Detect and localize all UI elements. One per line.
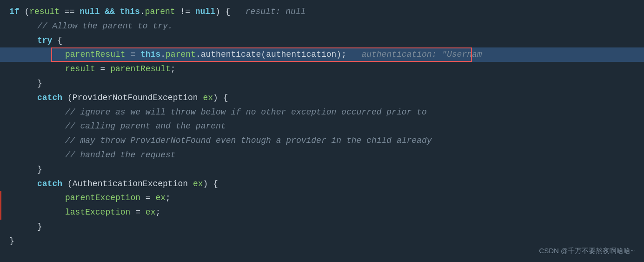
- token: result: [29, 5, 60, 19]
- token: AuthenticationException: [73, 177, 188, 191]
- token: null: [195, 5, 215, 19]
- token: .: [196, 48, 201, 61]
- token: ;: [155, 206, 160, 219]
- token: {: [52, 34, 62, 47]
- token: try: [37, 34, 52, 47]
- code-line-7: catch (ProviderNotFoundException ex) {: [0, 91, 644, 105]
- token: ProviderNotFoundException: [73, 91, 198, 105]
- token: ex: [203, 91, 213, 105]
- kw-if: if: [9, 5, 20, 19]
- token: [115, 5, 120, 19]
- token: }: [37, 77, 42, 90]
- token: this: [120, 5, 140, 19]
- token: result: null: [246, 5, 306, 19]
- token: [100, 5, 105, 19]
- token: (: [62, 177, 73, 191]
- token: }: [37, 220, 42, 234]
- code-viewer: if (result == null && this.parent != nul…: [0, 0, 644, 262]
- token: =: [140, 191, 155, 205]
- token: ) {: [213, 91, 228, 105]
- code-line-8: // ignore as we will throw below if no o…: [0, 105, 644, 120]
- code-line-4: parentResult = this.parent.authenticate(…: [0, 47, 644, 62]
- code-line-10: // may throw ProviderNotFound even thoug…: [0, 134, 644, 148]
- code-line-12: }: [0, 162, 644, 177]
- token: &&: [105, 5, 115, 19]
- token: [198, 91, 203, 105]
- token: parentResult: [110, 62, 171, 76]
- token: authentication: "Usernam: [361, 48, 482, 61]
- code-line-6: }: [0, 76, 644, 91]
- token: );: [336, 48, 361, 61]
- token: (: [261, 48, 266, 61]
- code-line-1: if (result == null && this.parent != nul…: [0, 5, 644, 19]
- code-line-5: result = parentResult;: [0, 62, 644, 76]
- code-line-13: catch (AuthenticationException ex) {: [0, 177, 644, 191]
- token: authentication: [266, 48, 336, 61]
- token: =: [126, 48, 140, 61]
- token: }: [37, 163, 42, 176]
- token: ==: [60, 5, 80, 19]
- code-line-16: }: [0, 220, 644, 234]
- code-line-11: // handled the request: [0, 148, 644, 162]
- token: catch: [37, 91, 62, 105]
- code-line-14: parentException = ex;: [0, 191, 644, 205]
- left-bar: [0, 205, 1, 220]
- token: ex: [146, 206, 156, 219]
- token: // calling parent and the parent: [65, 120, 226, 133]
- token: result: [65, 62, 95, 76]
- token: (: [62, 91, 73, 105]
- token: lastException: [65, 206, 130, 219]
- token: parentException: [65, 191, 140, 205]
- token: // may throw ProviderNotFound even thoug…: [65, 134, 432, 148]
- token: ;: [171, 62, 176, 76]
- token: .: [140, 5, 145, 19]
- token: authenticate: [201, 48, 261, 61]
- left-bar: [0, 191, 1, 205]
- token: // Allow the parent to try.: [37, 20, 173, 33]
- token: (: [20, 5, 30, 19]
- token: ;: [166, 191, 171, 205]
- token: ) {: [215, 5, 246, 19]
- watermark: CSDN @千万不要熬夜啊哈哈~: [539, 245, 635, 256]
- token: this: [140, 48, 160, 61]
- token: =: [130, 206, 145, 219]
- code-line-3: try {: [0, 34, 644, 48]
- token: catch: [37, 177, 62, 191]
- code-line-9: // calling parent and the parent: [0, 119, 644, 134]
- code-line-15: lastException = ex;: [0, 205, 644, 220]
- token: null: [80, 5, 100, 19]
- token: .: [160, 48, 166, 61]
- token: parent: [166, 48, 196, 61]
- token: !=: [175, 5, 195, 19]
- token: ex: [155, 191, 166, 205]
- token: // handled the request: [65, 148, 176, 162]
- token: [188, 177, 193, 191]
- token: ) {: [203, 177, 218, 191]
- token: }: [9, 235, 14, 248]
- token: // ignore as we will throw below if no o…: [65, 106, 427, 119]
- token: ex: [193, 177, 203, 191]
- token: parent: [145, 5, 175, 19]
- token: =: [95, 62, 110, 76]
- code-line-2: // Allow the parent to try.: [0, 19, 644, 34]
- token: parentResult: [65, 48, 126, 61]
